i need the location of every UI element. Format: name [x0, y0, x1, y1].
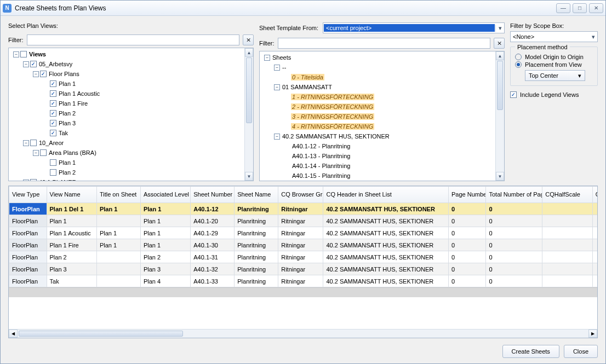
table-cell[interactable] — [592, 227, 597, 239]
tree-node[interactable]: −40.1 PLANER — [9, 177, 253, 181]
tree-node[interactable]: −Views — [9, 49, 253, 59]
table-cell[interactable]: Plan 1 Acoustic — [47, 227, 96, 239]
table-cell[interactable]: Ritningar — [278, 239, 323, 251]
collapse-icon[interactable]: − — [274, 84, 280, 90]
clear-filter-mid[interactable]: ⨯ — [494, 38, 505, 49]
checkbox-icon[interactable] — [50, 90, 56, 97]
column-header[interactable]: Associated Level — [140, 187, 190, 203]
table-cell[interactable]: Plan 1 — [96, 203, 140, 215]
table-cell[interactable] — [96, 275, 140, 287]
plan-views-tree[interactable]: −Views−05_Arbetsvy−Floor PlansPlan 1Plan… — [8, 48, 254, 181]
tree-node[interactable]: −Sheets — [260, 53, 504, 62]
collapse-icon[interactable]: − — [33, 71, 39, 77]
table-row[interactable]: FloorPlanPlan 1Plan 1A40.1-20Planritning… — [9, 215, 598, 227]
tree-node[interactable]: Plan 1 Acoustic — [9, 89, 253, 99]
column-header[interactable]: View Type — [9, 187, 47, 203]
scroll-down-icon[interactable]: ▼ — [496, 172, 504, 181]
table-cell[interactable]: Plan 1 — [140, 227, 190, 239]
collapse-icon[interactable]: − — [274, 65, 280, 71]
table-cell[interactable]: A40.1-29 — [191, 227, 235, 239]
table-row[interactable]: FloorPlanPlan 1 AcousticPlan 1Plan 1A40.… — [9, 227, 598, 239]
table-cell[interactable] — [592, 215, 597, 227]
collapse-icon[interactable]: − — [23, 61, 29, 67]
filter-input-left[interactable] — [27, 34, 240, 45]
tree-node[interactable]: 2 - RITNINGSFÖRTECKNING — [260, 102, 504, 112]
table-cell[interactable]: FloorPlan — [9, 275, 47, 287]
scroll-up-icon[interactable]: ▲ — [245, 48, 253, 57]
collapse-icon[interactable]: − — [13, 51, 19, 57]
table-cell[interactable]: 40.2 SAMMANSATT HUS, SEKTIONER — [323, 275, 448, 287]
column-header[interactable]: Sheet Number — [191, 187, 235, 203]
table-cell[interactable]: 0 — [486, 215, 542, 227]
table-cell[interactable] — [96, 251, 140, 263]
collapse-icon[interactable]: − — [33, 150, 39, 156]
table-cell[interactable]: Plan 3 — [140, 263, 190, 275]
tree-node[interactable]: −10_Areor — [9, 138, 253, 148]
table-cell[interactable]: Planritning — [235, 203, 278, 215]
column-header[interactable]: CQScale — [592, 187, 597, 203]
table-row[interactable]: FloorPlanPlan 1 Del 1Plan 1Plan 1A40.1-1… — [9, 203, 598, 215]
column-header[interactable]: CQ Browser Group — [278, 187, 323, 203]
scrollbar-left[interactable]: ▲ ▼ — [244, 48, 253, 181]
table-cell[interactable]: 0 — [448, 239, 486, 251]
table-cell[interactable]: Plan 2 — [47, 251, 96, 263]
table-cell[interactable] — [592, 251, 597, 263]
table-cell[interactable]: 0 — [448, 263, 486, 275]
clear-filter-left[interactable]: ⨯ — [243, 34, 254, 45]
table-cell[interactable]: 0 — [486, 227, 542, 239]
table-cell[interactable]: 40.2 SAMMANSATT HUS, SEKTIONER — [323, 227, 448, 239]
table-cell[interactable]: 0 — [448, 251, 486, 263]
scrollbar-mid[interactable]: ▲ ▼ — [495, 51, 504, 181]
table-cell[interactable]: 0 — [486, 275, 542, 287]
table-cell[interactable]: 0 — [486, 239, 542, 251]
table-cell[interactable] — [96, 215, 140, 227]
minimize-button[interactable]: — — [556, 3, 570, 13]
tree-node[interactable]: −Floor Plans — [9, 69, 253, 79]
table-cell[interactable]: Planritning — [235, 239, 278, 251]
tree-node[interactable]: −40.2 SAMMANSATT HUS, SEKTIONER — [260, 131, 504, 141]
column-header[interactable]: CQ Header in Sheet List — [323, 187, 448, 203]
table-cell[interactable]: 0 — [486, 251, 542, 263]
create-sheets-button[interactable]: Create Sheets — [502, 345, 559, 358]
checkbox-icon[interactable] — [40, 71, 47, 77]
table-cell[interactable]: Ritningar — [278, 203, 323, 215]
table-cell[interactable]: 0 — [448, 203, 486, 215]
table-cell[interactable] — [542, 239, 592, 251]
collapse-icon[interactable]: − — [23, 180, 29, 182]
table-cell[interactable] — [542, 203, 592, 215]
table-cell[interactable]: Plan 1 — [140, 203, 190, 215]
table-row[interactable]: FloorPlanPlan 3Plan 3A40.1-32Planritning… — [9, 263, 598, 275]
tree-node[interactable]: 0 - Titelsida — [260, 72, 504, 82]
checkbox-icon[interactable] — [20, 51, 27, 57]
table-cell[interactable]: Plan 2 — [140, 251, 190, 263]
table-cell[interactable] — [542, 251, 592, 263]
tree-node[interactable]: Plan 2 — [9, 108, 253, 118]
checkbox-icon[interactable] — [50, 110, 56, 117]
table-cell[interactable]: Plan 1 — [140, 239, 190, 251]
checkbox-icon[interactable] — [50, 169, 56, 176]
scroll-thumb[interactable] — [246, 57, 252, 123]
scroll-up-icon[interactable]: ▲ — [496, 51, 504, 60]
column-header[interactable]: Sheet Name — [235, 187, 278, 203]
scroll-left-icon[interactable]: ◀ — [9, 330, 18, 338]
table-cell[interactable] — [592, 263, 597, 275]
column-header[interactable]: Total Number of Pages — [486, 187, 542, 203]
column-header[interactable]: View Name — [47, 187, 96, 203]
table-cell[interactable]: 40.2 SAMMANSATT HUS, SEKTIONER — [323, 251, 448, 263]
tree-node[interactable]: A40.1-12 - Planritning — [260, 141, 504, 151]
checkbox-icon[interactable] — [50, 120, 56, 126]
table-cell[interactable] — [592, 275, 597, 287]
tree-node[interactable]: A40.1-15 - Planritning — [260, 171, 504, 181]
table-cell[interactable]: Planritning — [235, 251, 278, 263]
table-row[interactable]: FloorPlanPlan 1 FirePlan 1Plan 1A40.1-30… — [9, 239, 598, 251]
table-cell[interactable]: A40.1-31 — [191, 251, 235, 263]
table-cell[interactable]: Ritningar — [278, 251, 323, 263]
column-header[interactable]: CQHalfScale — [542, 187, 592, 203]
table-cell[interactable] — [542, 263, 592, 275]
tree-node[interactable]: Tak — [9, 128, 253, 138]
table-cell[interactable]: 0 — [448, 275, 486, 287]
table-cell[interactable]: Ritningar — [278, 215, 323, 227]
tree-node[interactable]: 4 - RITNINGSFÖRTECKNING — [260, 122, 504, 131]
tree-node[interactable]: Plan 2 — [9, 167, 253, 177]
table-cell[interactable]: A40.1-32 — [191, 263, 235, 275]
